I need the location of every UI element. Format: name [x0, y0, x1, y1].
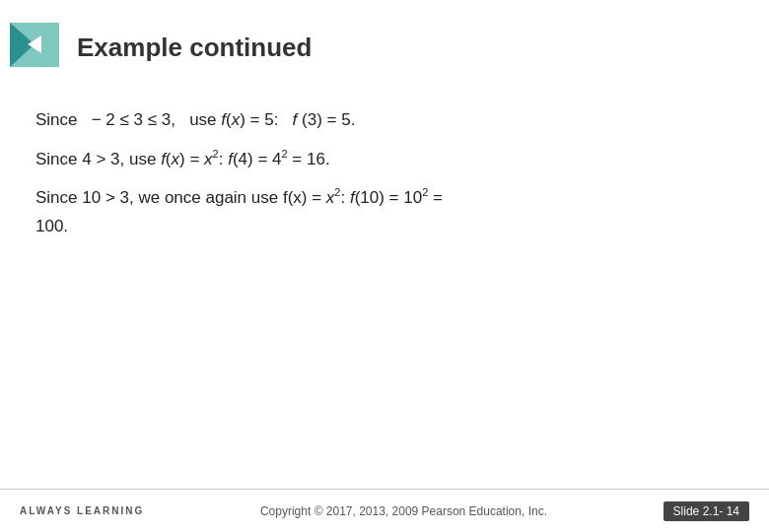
- footer-always-learning: ALWAYS LEARNING: [20, 505, 144, 516]
- header: Example continued: [0, 0, 769, 87]
- footer: ALWAYS LEARNING Copyright © 2017, 2013, …: [0, 489, 769, 532]
- page-title: Example continued: [77, 33, 312, 63]
- content-line-3: Since 10 > 3, we once again use f(x) = x…: [35, 183, 734, 240]
- logo-icon: [0, 18, 69, 77]
- main-content: Since − 2 ≤ 3 ≤ 3, use f(x) = 5: f (3) =…: [0, 87, 769, 261]
- content-line-2: Since 4 > 3, use f(x) = x2: f(4) = 42 = …: [35, 145, 734, 174]
- content-line-1: Since − 2 ≤ 3 ≤ 3, use f(x) = 5: f (3) =…: [35, 106, 734, 135]
- footer-copyright: Copyright © 2017, 2013, 2009 Pearson Edu…: [260, 504, 547, 518]
- footer-slide-number: Slide 2.1- 14: [664, 501, 749, 521]
